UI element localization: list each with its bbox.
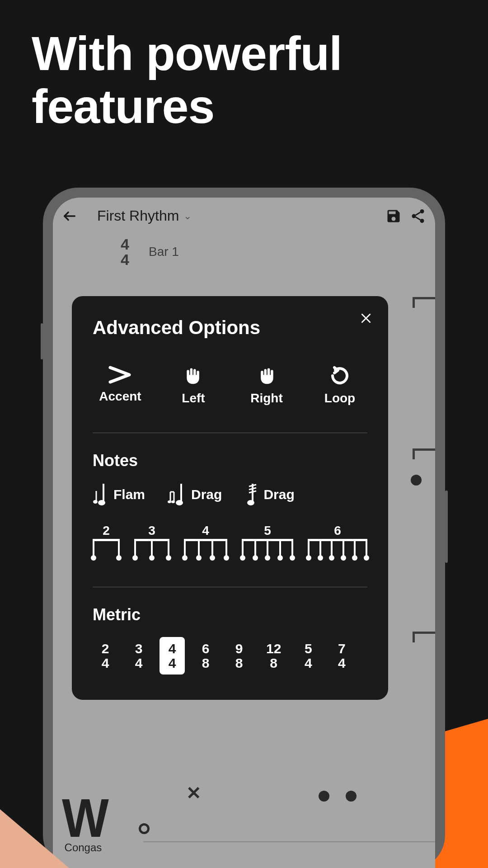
tuplet-beam [242, 539, 293, 560]
tuplet-number: 2 [103, 524, 110, 538]
drag-note-2[interactable]: Drag [244, 483, 294, 506]
timesig-top: 4 [121, 236, 129, 252]
back-icon[interactable] [62, 208, 77, 224]
metric-top: 9 [235, 642, 243, 656]
svg-point-16 [171, 500, 175, 503]
share-icon[interactable] [410, 208, 426, 224]
instrument-glyph: W [62, 798, 104, 837]
metric-top: 12 [266, 642, 281, 656]
divider [93, 433, 367, 433]
metric-top: 5 [305, 642, 312, 656]
metric-9-8[interactable]: 98 [226, 637, 252, 675]
svg-point-2 [412, 214, 416, 218]
left-label: Left [182, 391, 205, 406]
metric-bottom: 4 [102, 656, 109, 670]
drag-note-1[interactable]: Drag [168, 483, 222, 506]
time-signature[interactable]: 4 4 [121, 236, 129, 267]
instrument-slot[interactable]: W Congas [62, 800, 104, 854]
tuplet-3[interactable]: 3 [134, 524, 169, 560]
metric-bottom: 8 [270, 656, 277, 670]
hand-left-icon [183, 365, 203, 387]
metric-top: 4 [169, 642, 176, 656]
right-hand-option[interactable]: Right [242, 365, 291, 406]
flam-note[interactable]: Flam [93, 483, 145, 506]
save-icon[interactable] [385, 208, 402, 224]
bar-label: Bar 1 [149, 245, 179, 259]
notes-section-label: Notes [93, 451, 367, 470]
metric-top: 3 [135, 642, 143, 656]
metric-top: 7 [338, 642, 346, 656]
drag1-label: Drag [191, 487, 222, 502]
timesig-bottom: 4 [121, 252, 129, 267]
svg-point-18 [247, 500, 254, 505]
tuplet-5[interactable]: 5 [242, 524, 293, 560]
tuplet-number: 4 [202, 524, 209, 538]
svg-point-3 [420, 219, 424, 223]
tuplet-6[interactable]: 6 [308, 524, 367, 560]
phone-screen: First Rhythm ⌄ 4 4 Bar 1 ✕ [53, 198, 435, 868]
drag-buzz-icon [244, 483, 258, 506]
left-hand-option[interactable]: Left [169, 365, 218, 406]
chevron-down-icon: ⌄ [183, 210, 192, 222]
drag-icon [168, 483, 186, 506]
svg-line-20 [249, 488, 256, 490]
project-title: First Rhythm [97, 208, 179, 224]
metric-section-label: Metric [93, 605, 367, 624]
metric-7-4[interactable]: 74 [329, 637, 354, 675]
metric-bottom: 4 [305, 656, 312, 670]
tuplet-beam [93, 539, 120, 560]
accent-label: Accent [99, 389, 141, 404]
loop-icon [329, 365, 351, 387]
drag2-label: Drag [263, 487, 294, 502]
metric-4-4[interactable]: 44 [160, 637, 185, 675]
loop-label: Loop [324, 391, 355, 406]
svg-point-1 [420, 209, 424, 213]
metric-5-4[interactable]: 54 [296, 637, 321, 675]
tuplet-2[interactable]: 2 [93, 524, 120, 560]
marketing-headline: With powerful features [0, 0, 488, 132]
phone-frame: First Rhythm ⌄ 4 4 Bar 1 ✕ [43, 188, 445, 868]
divider [93, 587, 367, 587]
right-label: Right [250, 391, 283, 406]
close-icon[interactable] [359, 311, 373, 327]
tuplet-beam [308, 539, 367, 560]
tuplet-number: 3 [148, 524, 155, 538]
svg-point-15 [168, 500, 171, 503]
svg-line-21 [249, 491, 256, 493]
metric-top: 2 [102, 642, 109, 656]
metric-3-4[interactable]: 34 [126, 637, 151, 675]
metric-bottom: 8 [202, 656, 210, 670]
loop-option[interactable]: Loop [315, 365, 365, 406]
svg-point-7 [98, 500, 105, 505]
project-title-dropdown[interactable]: First Rhythm ⌄ [97, 208, 377, 224]
headline-line1: With powerful [32, 27, 342, 80]
hand-right-icon [257, 365, 277, 387]
tuplet-number: 6 [334, 524, 341, 538]
flam-label: Flam [113, 487, 145, 502]
accent-option[interactable]: Accent [95, 365, 145, 406]
svg-point-9 [93, 500, 98, 504]
metric-bottom: 4 [169, 656, 176, 670]
svg-line-19 [249, 485, 256, 486]
metric-6-8[interactable]: 68 [193, 637, 218, 675]
metric-2-4[interactable]: 24 [93, 637, 118, 675]
metric-top: 6 [202, 642, 210, 656]
tuplet-number: 5 [264, 524, 271, 538]
tuplet-beam [134, 539, 169, 560]
advanced-options-panel: Advanced Options Accent Left Right [72, 296, 388, 700]
metric-12-8[interactable]: 128 [260, 637, 287, 675]
svg-point-11 [176, 500, 183, 505]
headline-line2: features [32, 80, 214, 133]
metric-bottom: 4 [338, 656, 346, 670]
tuplet-4[interactable]: 4 [184, 524, 227, 560]
app-topbar: First Rhythm ⌄ [53, 198, 435, 229]
tuplet-beam [184, 539, 227, 560]
panel-title: Advanced Options [93, 317, 367, 339]
accent-icon [108, 365, 133, 385]
metric-bottom: 4 [135, 656, 143, 670]
flam-icon [93, 483, 108, 506]
metric-bottom: 8 [235, 656, 243, 670]
